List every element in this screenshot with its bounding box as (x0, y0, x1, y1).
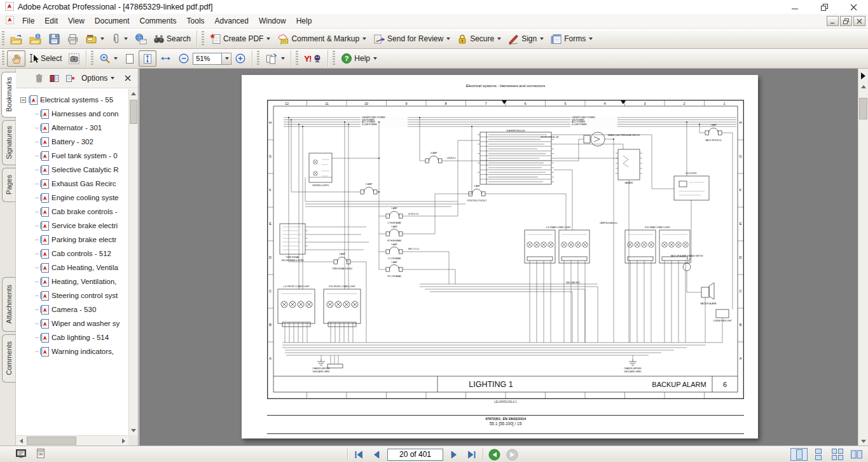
bookmark-item[interactable]: Battery - 302 (16, 135, 128, 149)
scroll-down-button[interactable] (129, 426, 138, 435)
mdi-minimize-button[interactable] (827, 16, 839, 26)
bookmark-item[interactable]: Cab brake controls - (16, 205, 128, 219)
bookmark-item[interactable]: Cab lighting - 514 (16, 330, 128, 344)
sign-button[interactable]: Sign (504, 31, 547, 47)
new-bookmark-button[interactable] (65, 74, 75, 83)
bookmark-item[interactable]: Warning indicators, (16, 344, 128, 358)
tab-signatures[interactable]: Signatures (2, 120, 15, 165)
fit-width-button[interactable] (156, 50, 175, 67)
previous-view-button[interactable] (487, 448, 501, 461)
scroll-right-button[interactable] (118, 438, 128, 444)
scrollbar-thumb[interactable] (859, 98, 867, 119)
forms-button[interactable]: Forms (547, 31, 596, 47)
zoom-level-input[interactable] (193, 53, 222, 65)
attach-button[interactable] (107, 31, 131, 47)
tab-bookmarks[interactable]: Bookmarks (1, 72, 16, 118)
snapshot-tool-button[interactable] (65, 50, 83, 67)
zoom-tool-button[interactable] (96, 50, 121, 67)
scroll-left-button[interactable] (16, 438, 26, 444)
create-pdf-button[interactable]: Create PDF (207, 31, 273, 47)
close-button[interactable] (839, 0, 868, 14)
restore-button[interactable] (809, 0, 839, 14)
menu-edit[interactable]: Edit (39, 14, 63, 28)
page-view-icon[interactable] (36, 448, 46, 459)
bookmarks-vertical-scrollbar[interactable] (128, 89, 138, 435)
bookmark-item[interactable]: Service brake electri (16, 219, 128, 233)
bookmark-root[interactable]: Electrical systems - 55 (16, 93, 128, 107)
collapse-icon[interactable] (20, 97, 26, 103)
toolbar-grip[interactable] (333, 51, 335, 66)
organizer-button[interactable] (82, 31, 107, 47)
tab-attachments[interactable]: Attachments (2, 277, 15, 332)
select-tool-button[interactable]: Select (25, 50, 65, 67)
menu-view[interactable]: View (63, 14, 90, 28)
scrollbar-thumb[interactable] (130, 100, 137, 124)
bookmark-item[interactable]: Harnesses and conn (16, 107, 128, 121)
screen-mode-icon[interactable] (15, 448, 27, 459)
expand-bookmark-button[interactable] (50, 74, 59, 83)
toolbar-grip[interactable] (91, 51, 93, 66)
scroll-up-button[interactable] (129, 89, 138, 99)
email-button[interactable] (131, 31, 150, 47)
scroll-up-button[interactable] (858, 85, 868, 88)
bookmark-item[interactable]: Heating, Ventilation, (16, 275, 128, 289)
toolbar-grip[interactable] (2, 31, 4, 46)
document-vertical-scrollbar[interactable] (858, 69, 868, 445)
toolbar-grip[interactable] (2, 51, 4, 66)
menu-file[interactable]: File (17, 14, 39, 28)
bookmark-item[interactable]: Fuel tank system - 0 (16, 149, 128, 163)
single-page-button[interactable] (790, 448, 808, 461)
secure-button[interactable]: Secure (453, 31, 504, 47)
toolbar-grip[interactable] (296, 51, 298, 66)
first-page-button[interactable] (352, 448, 366, 461)
bookmark-item[interactable]: Engine cooling syste (16, 191, 128, 205)
next-page-button[interactable] (447, 448, 461, 461)
hand-tool-button[interactable] (7, 50, 25, 67)
tab-comments[interactable]: Comments (2, 334, 15, 383)
comment-markup-button[interactable]: Comment & Markup (273, 31, 369, 47)
page-display-button[interactable] (262, 50, 288, 67)
menu-help[interactable]: Help (291, 14, 317, 28)
delete-bookmark-button[interactable] (35, 74, 43, 83)
continuous-facing-button[interactable] (829, 448, 846, 461)
toolbar-grip[interactable] (257, 51, 259, 66)
menu-window[interactable]: Window (254, 14, 291, 28)
next-view-button[interactable] (505, 448, 519, 461)
mdi-close-button[interactable] (853, 16, 865, 26)
yahoo-messenger-button[interactable]: Y! (301, 50, 325, 67)
bookmark-item[interactable]: Cab controls - 512 (16, 247, 128, 261)
menu-document[interactable]: Document (90, 14, 135, 28)
continuous-button[interactable] (809, 448, 827, 461)
bookmark-item[interactable]: Wiper and washer sy (16, 316, 128, 330)
previous-page-button[interactable] (369, 448, 383, 461)
zoom-in-button[interactable] (231, 50, 249, 67)
search-button[interactable]: Search (150, 31, 194, 47)
help-button[interactable]: ?Help (338, 50, 380, 67)
actual-size-button[interactable] (121, 50, 139, 67)
zoom-dropdown-button[interactable] (222, 53, 231, 65)
bookmark-item[interactable]: Camera - 530 (16, 302, 128, 316)
bookmark-item[interactable]: Alternator - 301 (16, 121, 128, 135)
open-button[interactable] (7, 31, 26, 47)
scrollbar-thumb[interactable] (27, 437, 76, 445)
last-page-button[interactable] (465, 448, 479, 461)
bookmarks-options-button[interactable]: Options (81, 74, 114, 83)
tab-pages[interactable]: Pages (2, 168, 15, 202)
bookmarks-horizontal-scrollbar[interactable] (16, 435, 128, 445)
scroll-down-button[interactable] (858, 440, 868, 443)
zoom-out-button[interactable] (175, 50, 193, 67)
close-panel-button[interactable] (125, 75, 131, 81)
page-number-input[interactable] (387, 449, 443, 461)
menu-tools[interactable]: Tools (182, 14, 210, 28)
bookmark-item[interactable]: Selective Catalytic R (16, 163, 128, 177)
open-web-button[interactable] (26, 31, 45, 47)
toolbar-grip[interactable] (202, 31, 204, 46)
fit-page-button[interactable] (139, 50, 156, 67)
bookmark-item[interactable]: Exhaust Gas Recirc (16, 177, 128, 191)
send-for-review-button[interactable]: Send for Review (369, 31, 453, 47)
pdf-page[interactable]: Electrical systems - Harnesses and conne… (242, 75, 758, 438)
save-button[interactable] (45, 31, 64, 47)
expand-panel-button[interactable] (858, 72, 868, 79)
bookmark-item[interactable]: Parking brake electr (16, 233, 128, 247)
menu-advanced[interactable]: Advanced (210, 14, 254, 28)
